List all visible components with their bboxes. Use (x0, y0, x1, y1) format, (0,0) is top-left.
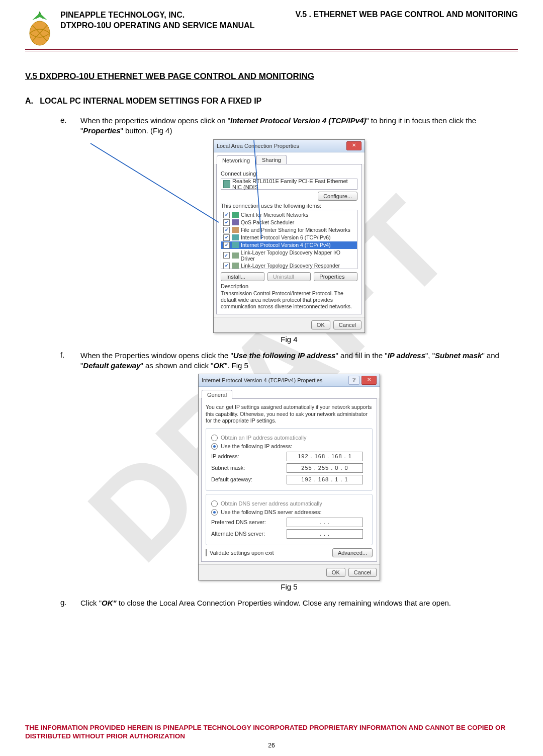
ip-label: IP address: (211, 453, 287, 459)
svg-rect-8 (232, 253, 239, 259)
company-name: PINEAPPLE TECHNOLOGY, INC. (60, 10, 254, 21)
fig5-intro: You can get IP settings assigned automat… (206, 404, 373, 424)
radio-use-dns[interactable] (211, 509, 218, 516)
list-item: ✔QoS Packet Scheduler (221, 219, 357, 226)
subsection-letter: A. (25, 97, 33, 105)
connect-using-label: Connect using: (221, 171, 357, 177)
subsection-a: A. LOCAL PC INTERNAL MODEM SETTINGS FOR … (25, 97, 518, 106)
client-icon (232, 212, 239, 218)
step-e: e. When the properties window opens clic… (60, 116, 518, 136)
cancel-button[interactable]: Cancel (333, 320, 361, 329)
fig4-caption: Fig 4 (60, 335, 518, 344)
description-label: Description (221, 283, 357, 289)
pineapple-logo-icon (25, 10, 54, 46)
properties-button[interactable]: Properties (314, 272, 357, 281)
subnet-field[interactable]: 255 . 255 . 0 . 0 (287, 463, 363, 473)
radio-auto-dns[interactable] (211, 500, 218, 507)
adns-label: Alternate DNS server: (211, 531, 287, 537)
validate-checkbox[interactable] (206, 549, 207, 556)
fileshare-icon (232, 227, 239, 233)
list-item-selected: ✔Internet Protocol Version 4 (TCP/IPv4) (221, 241, 357, 249)
checkbox-icon[interactable]: ✔ (223, 252, 230, 259)
gateway-label: Default gateway: (211, 476, 287, 482)
checkbox-icon[interactable]: ✔ (223, 219, 230, 226)
step-e-marker: e. (60, 116, 70, 136)
cancel-button[interactable]: Cancel (348, 568, 377, 577)
lltd-responder-icon (232, 263, 239, 269)
svg-rect-9 (232, 263, 239, 269)
radio-auto-ip[interactable] (211, 435, 218, 441)
checkbox-icon[interactable]: ✔ (223, 227, 230, 233)
list-item: ✔Link-Layer Topology Discovery Mapper I/… (221, 249, 357, 262)
step-g: g. Click "OK" to close the Local Area Co… (60, 598, 518, 608)
tab-general[interactable]: General (202, 390, 232, 399)
tab-sharing[interactable]: Sharing (256, 155, 287, 164)
checkbox-icon[interactable]: ✔ (223, 234, 230, 241)
step-f: f. When the Properties window opens clic… (60, 351, 518, 371)
adapter-name: Realtek RTL8101E Family PCI-E Fast Ether… (232, 178, 355, 190)
fig4-dialog: Local Area Connection Properties ✕ Netwo… (213, 139, 365, 333)
pdns-label: Preferred DNS server: (211, 519, 287, 525)
tab-networking[interactable]: Networking (217, 155, 255, 164)
ok-button[interactable]: OK (326, 568, 345, 577)
install-button[interactable]: Install... (221, 272, 264, 281)
list-item: ✔File and Printer Sharing for Microsoft … (221, 226, 357, 234)
configure-button[interactable]: Configure... (318, 192, 357, 201)
page-header: PINEAPPLE TECHNOLOGY, INC. DTXPRO-10U OP… (25, 10, 518, 46)
subnet-label: Subnet mask: (211, 465, 287, 471)
gateway-field[interactable]: 192 . 168 . 1 . 1 (287, 475, 363, 484)
radio-use-ip[interactable] (211, 443, 218, 450)
fig5-caption: Fig 5 (60, 582, 518, 591)
lltd-mapper-icon (232, 253, 239, 259)
fig5-title: Internet Protocol Version 4 (TCP/IPv4) P… (202, 377, 322, 383)
pdns-field[interactable]: . . . (287, 518, 363, 527)
svg-rect-3 (232, 212, 239, 218)
list-item: ✔Link-Layer Topology Discovery Responder (221, 262, 357, 269)
close-icon[interactable]: ✕ (346, 141, 361, 150)
step-g-marker: g. (60, 598, 70, 608)
em-properties: Properties (83, 126, 120, 135)
chapter-title: V.5 . ETHERNET WEB PAGE CONTROL AND MONI… (260, 10, 518, 19)
svg-rect-5 (232, 227, 239, 233)
section-title: V.5 DXDPRO-10U ETHERNET WEB PAGE CONTROL… (25, 71, 518, 81)
fig4-title: Local Area Connection Properties (217, 143, 299, 149)
advanced-button[interactable]: Advanced... (332, 548, 373, 557)
step-list: e. When the properties window opens clic… (60, 116, 518, 608)
qos-icon (232, 219, 239, 225)
header-rule (25, 49, 518, 51)
ipv6-icon (232, 234, 239, 240)
manual-title: DTXPRO-10U OPERATING AND SERVICE MANUAL (60, 21, 254, 31)
checkbox-icon[interactable]: ✔ (223, 212, 230, 218)
ok-button[interactable]: OK (311, 320, 330, 329)
nic-icon (223, 180, 230, 188)
fig5-dialog: Internet Protocol Version 4 (TCP/IPv4) P… (198, 374, 380, 580)
checkbox-icon[interactable]: ✔ (223, 242, 230, 248)
uninstall-button[interactable]: Uninstall (267, 272, 311, 281)
list-item: ✔Internet Protocol Version 6 (TCP/IPv6) (221, 234, 357, 241)
proprietary-disclaimer: THE INFORMATION PROVIDED HEREIN IS PINEA… (25, 724, 518, 741)
svg-rect-4 (232, 219, 239, 225)
description-text: Transmission Control Protocol/Internet P… (221, 290, 357, 310)
uses-items-label: This connection uses the following items… (221, 203, 357, 209)
adns-field[interactable]: . . . (287, 529, 363, 539)
ip-field[interactable]: 192 . 168 . 168 . 1 (287, 452, 363, 461)
page-number: 26 (25, 742, 518, 749)
svg-rect-6 (232, 234, 239, 240)
checkbox-icon[interactable]: ✔ (223, 263, 230, 269)
help-icon[interactable]: ? (348, 376, 359, 385)
connection-items-list[interactable]: ✔Client for Microsoft Networks ✔QoS Pack… (221, 210, 357, 269)
list-item: ✔Client for Microsoft Networks (221, 211, 357, 219)
ipv4-icon (232, 242, 239, 248)
em-tcpipv4: Internet Protocol Version 4 (TCP/IPv4) (230, 116, 366, 125)
close-icon[interactable]: ✕ (361, 376, 377, 385)
step-f-marker: f. (60, 351, 70, 371)
subsection-title: LOCAL PC INTERNAL MODEM SETTINGS FOR A F… (40, 97, 261, 105)
svg-rect-7 (232, 242, 239, 248)
